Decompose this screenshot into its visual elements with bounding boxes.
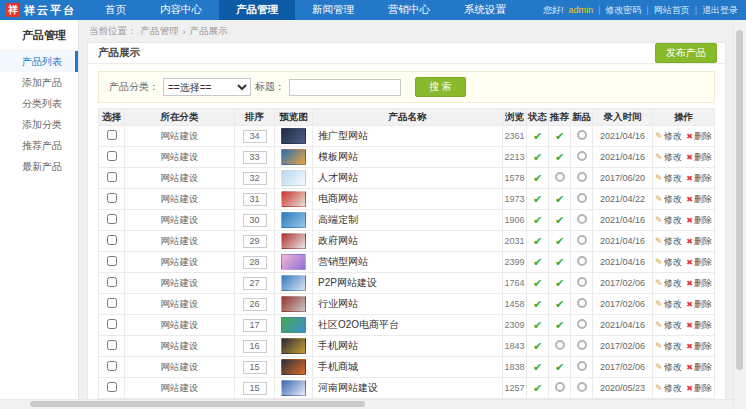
status-toggle-icon[interactable] <box>533 383 542 394</box>
sort-input[interactable] <box>243 214 267 227</box>
edit-link[interactable]: 修改 <box>655 278 682 288</box>
recommend-toggle-icon[interactable] <box>555 382 565 394</box>
sidebar-item[interactable]: 分类列表 <box>0 93 78 114</box>
sort-input[interactable] <box>243 361 267 374</box>
nav-item[interactable]: 产品管理 <box>219 0 295 20</box>
delete-link[interactable]: 删除 <box>686 320 712 330</box>
delete-link[interactable]: 删除 <box>686 341 712 351</box>
sort-input[interactable] <box>243 382 267 395</box>
row-checkbox[interactable] <box>107 193 117 203</box>
status-toggle-icon[interactable] <box>533 152 542 163</box>
new-toggle-icon[interactable] <box>577 361 587 373</box>
new-toggle-icon[interactable] <box>577 298 587 310</box>
status-toggle-icon[interactable] <box>533 299 542 310</box>
recommend-toggle-icon[interactable] <box>555 362 564 373</box>
nav-item[interactable]: 内容中心 <box>143 0 219 20</box>
status-toggle-icon[interactable] <box>533 215 542 226</box>
sort-input[interactable] <box>243 256 267 269</box>
status-toggle-icon[interactable] <box>533 320 542 331</box>
sidebar-item[interactable]: 添加产品 <box>0 72 78 93</box>
edit-link[interactable]: 修改 <box>655 362 682 372</box>
edit-link[interactable]: 修改 <box>655 320 682 330</box>
edit-link[interactable]: 修改 <box>655 236 682 246</box>
recommend-toggle-icon[interactable] <box>555 299 564 310</box>
sort-input[interactable] <box>243 235 267 248</box>
status-toggle-icon[interactable] <box>533 257 542 268</box>
status-toggle-icon[interactable] <box>533 173 542 184</box>
row-checkbox[interactable] <box>107 361 117 371</box>
nav-item[interactable]: 系统设置 <box>447 0 523 20</box>
status-toggle-icon[interactable] <box>533 362 542 373</box>
sort-input[interactable] <box>243 193 267 206</box>
status-toggle-icon[interactable] <box>533 341 542 352</box>
sort-input[interactable] <box>243 340 267 353</box>
publish-product-button[interactable]: 发布产品 <box>655 43 717 63</box>
sort-input[interactable] <box>243 151 267 164</box>
sort-input[interactable] <box>243 277 267 290</box>
sort-input[interactable] <box>243 319 267 332</box>
status-toggle-icon[interactable] <box>533 131 542 142</box>
edit-link[interactable]: 修改 <box>655 131 682 141</box>
delete-link[interactable]: 删除 <box>686 383 712 393</box>
logout-link[interactable]: 退出登录 <box>702 4 738 17</box>
row-checkbox[interactable] <box>107 172 117 182</box>
row-checkbox[interactable] <box>107 130 117 140</box>
sidebar-item[interactable]: 推荐产品 <box>0 135 78 156</box>
delete-link[interactable]: 删除 <box>686 299 712 309</box>
sidebar-item[interactable]: 最新产品 <box>0 156 78 177</box>
recommend-toggle-icon[interactable] <box>555 340 565 352</box>
recommend-toggle-icon[interactable] <box>555 320 564 331</box>
status-toggle-icon[interactable] <box>533 278 542 289</box>
new-toggle-icon[interactable] <box>577 193 587 205</box>
nav-item[interactable]: 营销中心 <box>371 0 447 20</box>
row-checkbox[interactable] <box>107 277 117 287</box>
sidebar-item[interactable]: 添加分类 <box>0 114 78 135</box>
site-home-link[interactable]: 网站首页 <box>654 4 690 17</box>
row-checkbox[interactable] <box>107 340 117 350</box>
recommend-toggle-icon[interactable] <box>555 257 564 268</box>
recommend-toggle-icon[interactable] <box>555 194 564 205</box>
row-checkbox[interactable] <box>107 256 117 266</box>
edit-link[interactable]: 修改 <box>655 257 682 267</box>
recommend-toggle-icon[interactable] <box>555 236 564 247</box>
nav-item[interactable]: 新闻管理 <box>295 0 371 20</box>
delete-link[interactable]: 删除 <box>686 152 712 162</box>
sort-input[interactable] <box>243 298 267 311</box>
new-toggle-icon[interactable] <box>577 151 587 163</box>
new-toggle-icon[interactable] <box>577 277 587 289</box>
horizontal-scrollbar-thumb[interactable] <box>30 401 365 407</box>
new-toggle-icon[interactable] <box>577 235 587 247</box>
sort-input[interactable] <box>243 130 267 143</box>
category-select[interactable]: ==选择== <box>163 78 251 96</box>
sidebar-item[interactable]: 产品列表 <box>0 51 78 72</box>
search-button[interactable]: 搜 索 <box>415 77 466 97</box>
new-toggle-icon[interactable] <box>577 172 587 184</box>
change-password-link[interactable]: 修改密码 <box>605 4 641 17</box>
status-toggle-icon[interactable] <box>533 236 542 247</box>
edit-link[interactable]: 修改 <box>655 152 682 162</box>
edit-link[interactable]: 修改 <box>655 215 682 225</box>
new-toggle-icon[interactable] <box>577 214 587 226</box>
delete-link[interactable]: 删除 <box>686 173 712 183</box>
delete-link[interactable]: 删除 <box>686 194 712 204</box>
new-toggle-icon[interactable] <box>577 319 587 331</box>
new-toggle-icon[interactable] <box>577 256 587 268</box>
row-checkbox[interactable] <box>107 235 117 245</box>
delete-link[interactable]: 删除 <box>686 131 712 141</box>
vertical-scrollbar-thumb[interactable] <box>736 30 743 370</box>
status-toggle-icon[interactable] <box>533 194 542 205</box>
new-toggle-icon[interactable] <box>577 382 587 394</box>
recommend-toggle-icon[interactable] <box>555 172 565 184</box>
delete-link[interactable]: 删除 <box>686 236 712 246</box>
row-checkbox[interactable] <box>107 214 117 224</box>
edit-link[interactable]: 修改 <box>655 383 682 393</box>
sort-input[interactable] <box>243 172 267 185</box>
new-toggle-icon[interactable] <box>577 340 587 352</box>
edit-link[interactable]: 修改 <box>655 341 682 351</box>
nav-item[interactable]: 首页 <box>88 0 143 20</box>
edit-link[interactable]: 修改 <box>655 173 682 183</box>
delete-link[interactable]: 删除 <box>686 257 712 267</box>
delete-link[interactable]: 删除 <box>686 215 712 225</box>
recommend-toggle-icon[interactable] <box>555 131 564 142</box>
recommend-toggle-icon[interactable] <box>555 278 564 289</box>
